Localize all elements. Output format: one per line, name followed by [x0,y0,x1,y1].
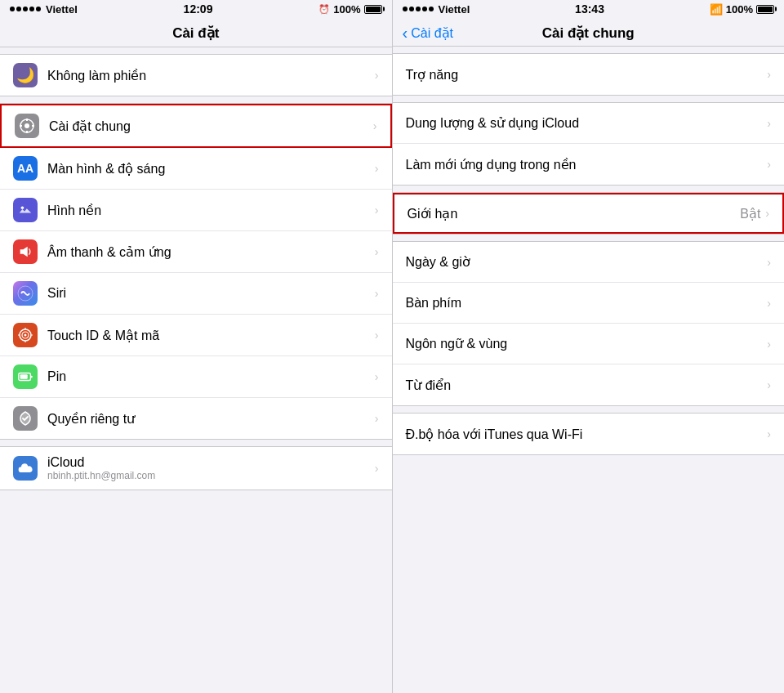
storage-chevron: › [767,117,771,130]
back-button[interactable]: ‹ Cài đặt [403,25,453,41]
right-carrier: Viettel [439,3,470,16]
svg-rect-4 [20,125,22,127]
left-battery-pct: 100% [333,3,360,16]
list-item-touchid[interactable]: Touch ID & Mật mã › [0,315,392,356]
accessibility-chevron: › [767,68,771,81]
dnd-icon: 🌙 [13,63,38,87]
list-item-siri[interactable]: Siri › [0,273,392,315]
right-scroll[interactable]: Trợ năng › Dung lượng & sử dụng iCloud ›… [393,47,785,693]
general-icon [15,114,39,138]
svg-rect-3 [26,131,28,133]
list-item-dnd[interactable]: 🌙 Không làm phiền › [0,55,392,96]
list-item-wallpaper[interactable]: Hình nền › [0,190,392,231]
left-section-icloud: iCloud nbinh.ptit.hn@gmail.com › [0,446,392,490]
list-item-refresh[interactable]: Làm mới ứng dụng trong nền › [393,144,785,185]
sounds-icon [13,239,38,264]
wallpaper-label: Hình nền [47,203,375,218]
privacy-label: Quyền riêng tư [47,411,375,427]
right-section-date: Ngày & giờ › Bàn phím › Ngôn ngữ & vùng … [393,241,785,406]
language-chevron: › [767,338,771,351]
right-status-right: 📶 100% [710,3,774,16]
left-scroll[interactable]: 🌙 Không làm phiền › [0,47,392,693]
icloud-text: iCloud nbinh.ptit.hn@gmail.com [47,455,375,481]
back-label: Cài đặt [411,25,453,41]
svg-rect-14 [30,376,32,378]
icloud-icon [13,456,38,481]
keyboard-label: Bàn phím [406,296,768,311]
left-panel: Viettel 12:09 ⏰ 100% Cài đặt 🌙 Không làm… [0,0,392,693]
icloud-label: iCloud [47,455,375,470]
itunes-sync-label: Đ.bộ hóa với iTunes qua Wi-Fi [406,427,768,442]
refresh-label: Làm mới ứng dụng trong nền [406,157,768,172]
list-item-general[interactable]: Cài đặt chung › [0,104,392,148]
left-nav-title: Cài đặt [0,25,392,42]
svg-point-6 [21,207,24,210]
list-item-language[interactable]: Ngôn ngữ & vùng › [393,324,785,364]
list-item-display[interactable]: AA Màn hình & độ sáng › [0,148,392,190]
right-status-left: Viettel [403,3,470,16]
svg-marker-7 [20,247,28,257]
right-nav-title: Cài đặt chung [542,25,635,42]
battery-label: Pin [47,369,375,384]
left-status-right: ⏰ 100% [318,3,381,16]
right-nav-bar: ‹ Cài đặt Cài đặt chung [393,18,785,47]
list-item-accessibility[interactable]: Trợ năng › [393,54,785,95]
siri-chevron: › [375,287,379,300]
list-item-keyboard[interactable]: Bàn phím › [393,283,785,324]
privacy-chevron: › [375,412,379,425]
right-battery-pct: 100% [726,3,753,16]
general-label: Cài đặt chung [49,118,373,134]
right-section-accessibility: Trợ năng › [393,53,785,96]
signal-dots [10,7,41,11]
left-section-dnd: 🌙 Không làm phiền › [0,54,392,96]
restrictions-chevron: › [765,207,769,220]
right-status-bar: Viettel 13:43 📶 100% [393,0,785,18]
right-section-restrictions: Giới hạn Bật › [393,192,785,235]
list-item-dictionary[interactable]: Từ điển › [393,364,785,405]
restrictions-label: Giới hạn [408,206,741,221]
privacy-icon [13,406,38,431]
left-nav-bar: Cài đặt [0,18,392,47]
display-label: Màn hình & độ sáng [47,161,375,177]
list-item-storage[interactable]: Dung lượng & sử dụng iCloud › [393,103,785,144]
right-panel: Viettel 13:43 📶 100% ‹ Cài đặt Cài đặt c… [393,0,785,693]
right-time: 13:43 [575,2,604,16]
list-item-itunes-sync[interactable]: Đ.bộ hóa với iTunes qua Wi-Fi › [393,414,785,454]
list-item-datetime[interactable]: Ngày & giờ › [393,242,785,283]
svg-point-11 [24,334,27,337]
itunes-sync-chevron: › [767,427,771,440]
svg-point-1 [24,123,29,128]
display-icon: AA [13,156,38,181]
dnd-label: Không làm phiền [47,68,375,83]
right-wifi-icon: 📶 [710,3,723,16]
svg-rect-5 [32,125,34,127]
list-item-privacy[interactable]: Quyền riêng tư › [0,398,392,439]
wallpaper-chevron: › [375,203,379,217]
list-item-sounds[interactable]: Âm thanh & cảm ứng › [0,231,392,273]
left-time: 12:09 [184,2,213,16]
touchid-label: Touch ID & Mật mã [47,328,375,343]
dictionary-label: Từ điển [406,378,768,393]
icloud-chevron: › [375,462,379,475]
siri-icon [13,281,38,306]
accessibility-label: Trợ năng [406,67,768,83]
icloud-sublabel: nbinh.ptit.hn@gmail.com [47,470,375,481]
siri-label: Siri [47,286,375,301]
general-chevron: › [373,119,377,132]
datetime-chevron: › [767,256,771,269]
back-arrow-icon: ‹ [403,25,408,41]
datetime-label: Ngày & giờ [406,254,768,270]
sounds-chevron: › [375,245,379,258]
storage-label: Dung lượng & sử dụng iCloud [406,115,768,131]
right-section-storage: Dung lượng & sử dụng iCloud › Làm mới ứn… [393,102,785,186]
list-item-icloud[interactable]: iCloud nbinh.ptit.hn@gmail.com › [0,447,392,490]
keyboard-chevron: › [767,297,771,310]
sounds-label: Âm thanh & cảm ứng [47,244,375,260]
battery-settings-icon [13,364,38,389]
left-battery-icon [364,5,382,14]
list-item-battery[interactable]: Pin › [0,356,392,398]
list-item-restrictions[interactable]: Giới hạn Bật › [393,193,785,234]
refresh-chevron: › [767,158,771,171]
left-section-main: Cài đặt chung › AA Màn hình & độ sáng › … [0,103,392,440]
svg-rect-13 [20,374,28,378]
